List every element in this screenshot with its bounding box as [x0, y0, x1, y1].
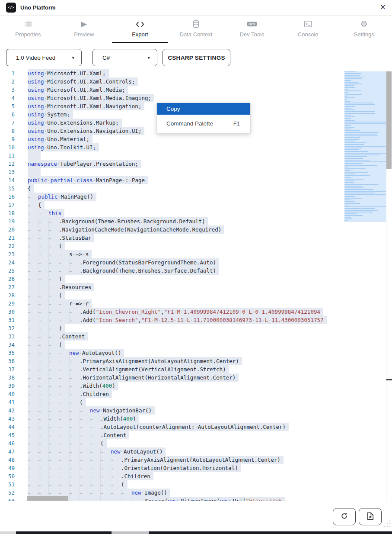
csharp-settings-button[interactable]: CSHARP SETTINGS	[163, 49, 230, 66]
menu-item-command-palette[interactable]: Command PaletteF1	[157, 115, 250, 132]
code-line: 37→→→→→.VerticalAlignment(VerticalAlignm…	[0, 365, 341, 373]
code-line: 14public·partial·class·MainPage·:·Page	[0, 176, 341, 184]
tab-marker: →	[59, 300, 69, 308]
tab-marker: →	[28, 275, 38, 283]
tab-marker: →	[48, 341, 59, 349]
minimap-line	[344, 187, 364, 188]
code-line: 16→public·MainPage()	[0, 193, 341, 201]
tab-marker: →	[38, 407, 48, 415]
minimap-line	[344, 149, 359, 150]
tab-marker: →	[28, 481, 38, 489]
tab-marker: →	[28, 341, 38, 349]
tab-marker: →	[59, 267, 69, 275]
chevron-down-icon: ▾	[147, 55, 150, 61]
tab-label: Preview	[74, 31, 94, 38]
menu-item-label: Command Palette	[166, 120, 213, 127]
tab-dev-tools[interactable]: DEVDev Tools	[224, 16, 280, 43]
tab-settings[interactable]: ⚙Settings	[336, 16, 392, 43]
code-text: →→→→→→→→→.Orientation(Orientation.Horizo…	[28, 464, 241, 472]
tab-marker: →	[38, 440, 48, 448]
minimap-line	[344, 198, 362, 199]
menu-item-copy[interactable]: Copy	[157, 103, 250, 115]
tab-data-context[interactable]: Data Context	[168, 16, 224, 43]
tab-marker: →	[28, 399, 38, 407]
tab-label: Settings	[354, 31, 374, 38]
tab-marker: →	[38, 259, 48, 267]
horizontal-scrollbar-thumb[interactable]	[27, 496, 68, 501]
minimap-line	[344, 151, 368, 152]
code-text: →→→→→.HorizontalAlignment(HorizontalAlig…	[28, 373, 239, 382]
code-line: 50→→→→→→→→→.Children	[0, 472, 341, 480]
tab-marker: →	[48, 399, 59, 407]
minimap-line	[344, 120, 355, 121]
code-line: 32→→→)	[0, 324, 341, 332]
tab-export[interactable]: Export	[112, 16, 168, 43]
tab-marker: →	[48, 218, 59, 226]
tab-marker: →	[38, 464, 48, 473]
taskbar-segment	[16, 531, 112, 534]
tab-marker: →	[28, 431, 38, 440]
feed-dropdown[interactable]: 1.0 Video Feed ▾	[6, 49, 82, 66]
minimap-line	[344, 111, 375, 112]
dev-badge-icon: DEV	[247, 20, 257, 28]
refresh-button[interactable]	[333, 508, 356, 525]
code-line: 13	[0, 168, 341, 176]
minimap-line	[344, 184, 378, 185]
code-line: 4using·Microsoft.UI.Xaml.Media.Imaging;	[0, 94, 341, 102]
code-text: →→→→→.Background(Theme.Brushes.Surface.D…	[28, 267, 219, 275]
tab-console[interactable]: Console	[280, 16, 336, 43]
line-number: 29	[0, 299, 20, 308]
close-icon[interactable]: ×	[380, 3, 386, 11]
minimap-line	[344, 135, 378, 136]
tab-marker: →	[59, 251, 69, 259]
tab-marker: →	[59, 456, 69, 464]
minimap-line	[344, 163, 362, 164]
code-text: namespace·TubePlayer.Presentation;	[28, 160, 141, 168]
tab-marker: →	[48, 415, 59, 423]
tab-marker: →	[80, 489, 90, 497]
code-line: 33→→→.Content	[0, 332, 341, 341]
tab-marker: →	[111, 481, 121, 489]
line-number: 20	[0, 225, 20, 234]
tab-marker: →	[48, 283, 59, 292]
minimap-line	[344, 174, 355, 174]
tab-label: Data Context	[180, 31, 213, 38]
resize-grip-icon[interactable]	[382, 518, 392, 530]
code-line: 49→→→→→→→→→.Orientation(Orientation.Hori…	[0, 464, 341, 472]
minimap-line	[344, 113, 375, 114]
taskbar-segment	[112, 531, 149, 534]
tab-marker: →	[80, 431, 90, 440]
tab-properties[interactable]: Properties	[0, 16, 56, 43]
line-number: 9	[0, 135, 20, 143]
tab-marker: →	[28, 374, 38, 382]
tab-marker: →	[111, 497, 121, 501]
code-text: →→→→→→→.AutoLayout(counterAlignment:·Aut…	[28, 423, 289, 431]
line-number: 15	[0, 184, 20, 193]
code-editor[interactable]: 1using·Microsoft.UI.Xaml;2using·Microsof…	[0, 69, 341, 501]
export-file-button[interactable]	[359, 508, 382, 525]
minimap-line	[344, 206, 386, 207]
tab-marker: →	[90, 448, 100, 456]
code-text: →{	[28, 201, 45, 209]
vertical-scrollbar-thumb[interactable]	[386, 71, 392, 169]
tab-label: Export	[132, 31, 148, 38]
line-number: 11	[0, 151, 20, 160]
menu-item-shortcut: F1	[233, 120, 240, 127]
code-text: →→→→→(	[28, 398, 86, 406]
code-text: →→→(	[28, 291, 65, 299]
tab-marker: →	[28, 242, 38, 251]
tab-marker: →	[59, 366, 69, 374]
code-text: →→→.Background(Theme.Brushes.Background.…	[28, 217, 208, 225]
database-icon	[193, 20, 199, 28]
language-dropdown[interactable]: C# ▾	[92, 49, 157, 66]
tab-preview[interactable]: ▶Preview	[56, 16, 112, 43]
tab-marker: →	[28, 473, 38, 481]
minimap[interactable]	[344, 71, 386, 222]
tab-marker: →	[48, 325, 59, 333]
tab-marker: →	[28, 357, 38, 366]
minimap-line	[344, 141, 355, 142]
taskbar-segment	[149, 531, 392, 534]
minimap-line	[344, 170, 351, 171]
code-text: →→→→→.Width(400)	[28, 382, 118, 390]
line-number: 40	[0, 390, 20, 398]
